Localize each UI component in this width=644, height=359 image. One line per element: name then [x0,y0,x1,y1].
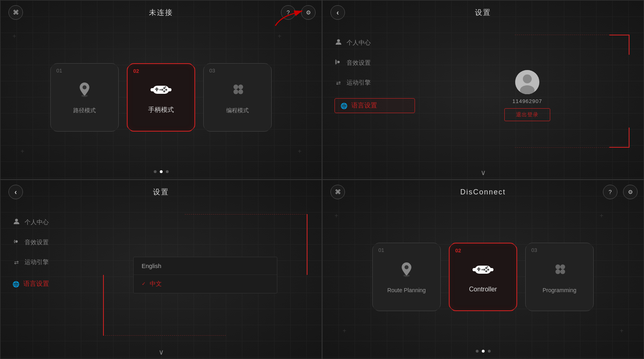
menu-language-wrapper-bl: 🌐 语言设置 [12,278,93,290]
card-controller-br[interactable]: 02 Contro [449,243,517,311]
bottom-left-header: ‹ 设置 [0,180,322,204]
card-label-route-tl: 路径模式 [73,107,96,114]
settings-title-bl: 设置 [153,187,169,197]
card-route-tl[interactable]: 01 路径模式 [50,63,119,132]
menu-language-label-bl: 语言设置 [23,280,49,288]
card-program-tl[interactable]: 03 编程模式 [203,63,272,132]
card-label-controller-br: Controller [469,286,497,293]
quadrant-bottom-left: ‹ 设置 个人中心 [0,180,322,359]
svg-point-36 [481,269,483,270]
question-icon-br: ? [609,189,612,195]
svg-point-14 [233,85,238,89]
menu-motion-label-bl: 运动引擎 [25,258,49,266]
back-icon-bl: ‹ [14,188,17,196]
user-id-tr: 114962907 [512,98,542,104]
check-icon-bl: ✓ [142,281,146,287]
back-button-bl[interactable]: ‹ [8,185,23,199]
menu-sound-label-bl: 音效设置 [25,239,49,246]
svg-rect-31 [477,268,481,270]
help-button-br[interactable]: ? [603,185,617,199]
bluetooth-icon-tl: ⌘ [13,9,19,16]
svg-point-21 [523,74,532,83]
menu-language-active-tr[interactable]: 🌐 语言设置 [334,98,415,113]
lang-english-label-bl: English [142,262,161,269]
lang-chinese-label-bl: 中文 [150,280,162,288]
card-num-01-tl: 01 [56,68,62,74]
bottom-right-header: ⌘ DisConnect ? ⚙ [322,180,644,204]
svg-point-16 [233,89,238,94]
svg-rect-5 [167,88,171,91]
card-program-br[interactable]: 03 Programming [525,243,594,311]
menu-profile-label-bl: 个人中心 [25,219,49,226]
route-icon-br [398,260,415,282]
controller-icon-tl [151,81,171,101]
chevron-down-tr[interactable]: ∨ [322,166,644,179]
sound-icon-tr [334,59,343,67]
red-arrow [273,8,305,29]
svg-rect-7 [155,89,159,90]
svg-rect-28 [473,268,477,271]
lang-english-bl[interactable]: English [134,257,277,275]
card-controller-tl[interactable]: 02 手柄模式 [127,63,195,132]
svg-point-39 [560,264,565,269]
logout-button-tr[interactable]: 退出登录 [504,108,550,121]
menu-sound-label-tr: 音效设置 [347,59,371,67]
card-route-br[interactable]: 01 Route Planning [372,243,441,311]
svg-point-34 [483,269,485,271]
menu-motion-label-tr: 运动引擎 [347,79,371,87]
program-icon-tl [229,80,246,102]
dot-3-tl [166,170,169,173]
lang-chinese-bl[interactable]: ✓ 中文 [134,275,277,293]
card-num-03-tl: 03 [209,68,215,74]
mode-cards-br: 01 Route Planning 02 [322,204,644,350]
avatar-tr [515,70,539,94]
sound-icon-bl [12,238,21,246]
svg-point-37 [487,266,488,268]
dot-2-tl [160,170,163,173]
gear-icon-br: ⚙ [628,189,633,195]
menu-language-label-tr: 语言设置 [351,101,377,110]
settings-content-bl: 个人中心 音效设置 ⇄ 运动引擎 [0,204,322,346]
menu-language-active-bl[interactable]: 🌐 语言设置 [12,278,93,290]
top-right-header: ‹ 设置 [322,0,644,25]
menu-profile-tr[interactable]: 个人中心 [334,37,415,49]
card-num-02-br: 02 [455,248,461,254]
settings-button-br[interactable]: ⚙ [623,185,638,199]
menu-sound-bl[interactable]: 音效设置 [12,236,93,248]
svg-point-9 [165,89,167,91]
quadrant-top-right: ‹ 设置 个人中心 [322,0,644,180]
menu-profile-bl[interactable]: 个人中心 [12,216,93,228]
dot-3-br [488,350,491,353]
connection-status-br: DisConnect [460,188,506,196]
svg-point-35 [485,270,487,272]
card-label-program-br: Programming [543,287,576,293]
svg-point-12 [159,89,161,91]
menu-motion-tr[interactable]: ⇄ 运动引擎 [334,77,415,89]
dot-2-br [482,350,485,353]
svg-point-19 [337,61,340,63]
settings-title-tr: 设置 [475,8,491,17]
chevron-down-bl[interactable]: ∨ [0,346,322,359]
bluetooth-button-tl[interactable]: ⌘ [8,5,23,20]
menu-motion-bl[interactable]: ⇄ 运动引擎 [12,256,93,268]
svg-point-17 [238,89,243,94]
language-list-bl: English ✓ 中文 [133,257,278,293]
menu-sound-tr[interactable]: 音效设置 [334,57,415,69]
card-num-02-tl: 02 [133,68,139,74]
svg-point-13 [165,86,166,88]
card-num-01-br: 01 [378,247,384,253]
bluetooth-button-br[interactable]: ⌘ [330,185,345,199]
svg-rect-4 [151,88,155,91]
back-icon-tr: ‹ [336,8,339,17]
svg-point-33 [487,269,489,271]
profile-area-tr: 114962907 退出登录 [431,37,623,154]
svg-point-24 [15,240,18,243]
mode-cards-tl: 01 路径模式 02 [0,25,322,170]
card-num-03-br: 03 [531,247,537,253]
back-button-tr[interactable]: ‹ [330,5,345,20]
svg-point-2 [83,85,87,89]
profile-icon-tr [334,39,343,47]
dot-1-br [476,350,479,353]
profile-icon-bl [12,218,21,226]
controller-icon-br [473,261,493,281]
